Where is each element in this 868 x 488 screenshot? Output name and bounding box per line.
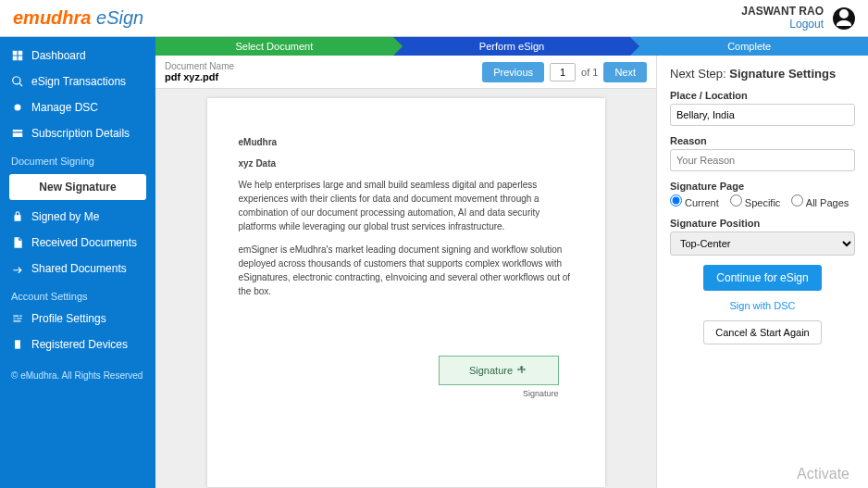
sidebar-copyright: © eMudhra. All Rights Reserved [0,357,155,394]
document-name-label: Document Name [165,61,234,71]
sigpage-all-label: All Pages [806,197,849,208]
sidebar-item-transactions[interactable]: eSign Transactions [0,69,155,94]
sidebar-item-label: Profile Settings [31,312,106,325]
sidebar-item-label: Dashboard [31,49,86,62]
doc-paragraph: emSigner is eMudhra's market leading doc… [239,243,574,298]
page-input[interactable] [550,63,576,81]
sidebar-item-subscription[interactable]: Subscription Details [0,120,155,146]
sidebar-item-shared[interactable]: Shared Documents [0,256,155,282]
sidebar-item-signed-by-me[interactable]: Signed by Me [0,204,155,230]
document-area: Document Name pdf xyz.pdf Previous of 1 … [155,56,657,488]
sign-with-dsc-link[interactable]: Sign with DSC [670,300,855,311]
doc-heading-1: eMudhra [239,135,574,149]
header-user-name: JASWANT RAO [741,6,824,18]
signature-placeholder[interactable]: Signature [439,356,559,385]
sidebar-item-label: Subscription Details [31,127,130,140]
reason-label: Reason [670,135,855,146]
new-signature-button[interactable]: New Signature [9,174,146,200]
logo-brand: emudhra [13,7,91,28]
sliders-icon [11,312,24,325]
sigpage-current-radio[interactable] [670,194,682,206]
sidebar-item-profile[interactable]: Profile Settings [0,306,155,332]
sigpage-specific-label: Specific [745,197,781,208]
sigpos-label: Signature Position [670,218,855,229]
file-icon [11,236,24,249]
document-name: pdf xyz.pdf [165,71,234,82]
step-complete[interactable]: Complete [630,37,868,56]
stepper: Select Document Perform eSign Complete [155,37,868,56]
previous-button[interactable]: Previous [482,62,544,82]
search-icon [11,75,24,88]
sidebar-item-label: eSign Transactions [31,75,126,88]
sidebar: Dashboard eSign Transactions Manage DSC … [0,37,155,488]
sidebar-item-label: Shared Documents [31,262,127,275]
share-icon [11,262,24,275]
app-logo: emudhra eSign [13,7,143,29]
device-icon [11,338,24,351]
place-input[interactable] [670,104,855,126]
step-perform-esign[interactable]: Perform eSign [393,37,631,56]
cancel-start-again-button[interactable]: Cancel & Start Again [703,320,822,344]
avatar[interactable] [833,7,855,30]
reason-input[interactable] [670,149,855,171]
settings-title-prefix: Next Step: [670,67,726,81]
document-page: eMudhra xyz Data We help enterprises lar… [207,98,605,487]
next-button[interactable]: Next [603,62,647,82]
user-icon [833,7,855,30]
settings-title-main: Signature Settings [729,67,836,81]
sidebar-section-acct: Account Settings [0,282,155,306]
sigpos-select[interactable]: Top-Center [670,231,855,256]
sidebar-item-received[interactable]: Received Documents [0,230,155,256]
sidebar-item-label: Signed by Me [31,210,99,223]
place-label: Place / Location [670,90,855,101]
document-scroll[interactable]: eMudhra xyz Data We help enterprises lar… [155,89,656,488]
sidebar-item-manage-dsc[interactable]: Manage DSC [0,94,155,120]
page-of-label: of 1 [581,67,598,78]
doc-heading-2: xyz Data [239,156,574,170]
signature-placeholder-label: Signature [469,363,513,379]
logout-link[interactable]: Logout [741,19,824,31]
sigpage-label: Signature Page [670,181,855,192]
move-icon [516,365,527,376]
sidebar-item-dashboard[interactable]: Dashboard [0,43,155,69]
sigpage-current-label: Current [685,197,719,208]
signature-settings-panel: Next Step: Signature Settings Place / Lo… [657,56,868,488]
sidebar-section-docs: Document Signing [0,146,155,170]
sidebar-item-label: Manage DSC [31,101,98,114]
step-select-document[interactable]: Select Document [155,37,393,56]
continue-button[interactable]: Continue for eSign [703,265,821,291]
sidebar-item-label: Registered Devices [31,338,128,351]
settings-title: Next Step: Signature Settings [670,67,855,81]
lock-icon [11,210,24,223]
sidebar-item-label: Received Documents [31,236,137,249]
sidebar-item-devices[interactable]: Registered Devices [0,332,155,357]
grid-icon [11,49,24,62]
doc-paragraph: We help enterprises large and small buil… [239,178,574,233]
record-icon [11,101,24,114]
card-icon [11,127,24,140]
sigpage-all-radio[interactable] [791,194,803,206]
app-header: emudhra eSign JASWANT RAO Logout [0,0,868,37]
logo-product: eSign [96,7,143,28]
svg-point-0 [15,105,21,111]
signature-caption: Signature [523,388,559,401]
document-toolbar: Document Name pdf xyz.pdf Previous of 1 … [155,56,656,89]
sigpage-specific-radio[interactable] [730,194,742,206]
